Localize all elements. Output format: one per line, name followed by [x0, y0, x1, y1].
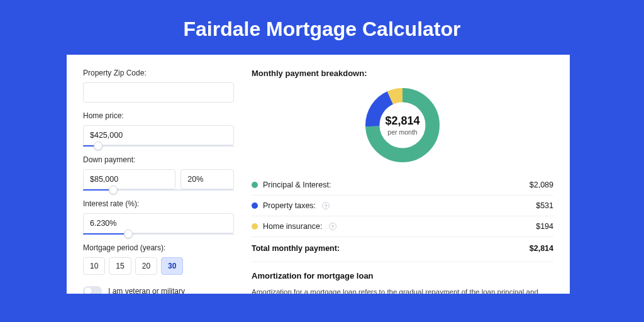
down-payment-label: Down payment:	[83, 155, 234, 164]
period-pill-30[interactable]: 30	[161, 257, 183, 275]
donut-amount: $2,814	[385, 114, 419, 128]
down-payment-pct-input[interactable]	[180, 169, 234, 189]
form-column: Property Zip Code: Home price: Down paym…	[83, 69, 234, 294]
veteran-toggle[interactable]	[83, 286, 102, 294]
amortization-section: Amortization for mortgage loan Amortizat…	[252, 262, 553, 294]
info-icon[interactable]: ?	[329, 223, 336, 230]
calculator-card: Property Zip Code: Home price: Down paym…	[67, 55, 570, 294]
veteran-row: I am veteran or military	[83, 286, 234, 294]
legend-left: Principal & Interest:	[252, 180, 331, 189]
breakdown-column: Monthly payment breakdown: $2,814 per mo…	[252, 69, 553, 294]
zip-label: Property Zip Code:	[83, 69, 234, 77]
down-payment-group: Down payment:	[83, 155, 234, 191]
legend-label: Principal & Interest:	[263, 180, 331, 189]
legend-dot-icon	[252, 203, 258, 209]
slider-fill	[83, 233, 128, 235]
slider-thumb[interactable]	[124, 230, 133, 238]
total-label: Total monthly payment:	[252, 244, 340, 253]
rate-label: Interest rate (%):	[83, 199, 234, 208]
legend-left: Home insurance:?	[252, 222, 336, 231]
down-payment-slider[interactable]	[83, 189, 234, 191]
legend-dot-icon	[252, 223, 258, 230]
period-pills: 10152030	[83, 257, 234, 275]
legend: Principal & Interest:$2,089Property taxe…	[252, 175, 553, 236]
rate-group: Interest rate (%):	[83, 199, 234, 235]
period-label: Mortgage period (years):	[83, 243, 234, 252]
legend-value: $531	[536, 201, 553, 210]
legend-left: Property taxes:?	[252, 201, 330, 210]
donut-center: $2,814 per month	[363, 86, 442, 165]
total-value: $2,814	[530, 244, 553, 253]
legend-value: $194	[536, 222, 553, 231]
legend-row: Home insurance:?$194	[252, 216, 553, 236]
period-pill-15[interactable]: 15	[109, 257, 131, 275]
info-icon[interactable]: ?	[322, 202, 330, 209]
total-row: Total monthly payment: $2,814	[252, 236, 553, 262]
slider-thumb[interactable]	[109, 186, 118, 194]
period-group: Mortgage period (years): 10152030	[83, 243, 234, 275]
legend-value: $2,089	[530, 180, 553, 189]
period-pill-20[interactable]: 20	[135, 257, 157, 275]
donut-chart: $2,814 per month	[363, 86, 442, 165]
legend-label: Home insurance:	[263, 222, 323, 231]
zip-input[interactable]	[83, 82, 234, 103]
veteran-label: I am veteran or military	[108, 287, 185, 294]
rate-slider[interactable]	[83, 233, 234, 235]
donut-wrap: $2,814 per month	[252, 86, 553, 165]
breakdown-title: Monthly payment breakdown:	[252, 69, 553, 78]
period-pill-10[interactable]: 10	[83, 257, 105, 275]
home-price-input[interactable]	[83, 125, 234, 145]
down-payment-input[interactable]	[83, 169, 175, 189]
amortization-title: Amortization for mortgage loan	[252, 271, 553, 280]
home-price-label: Home price:	[83, 111, 234, 120]
slider-thumb[interactable]	[94, 142, 103, 150]
legend-dot-icon	[252, 182, 258, 188]
amortization-text: Amortization for a mortgage loan refers …	[252, 287, 553, 294]
home-price-slider[interactable]	[83, 145, 234, 147]
page-title: Fairdale Mortgage Calculator	[0, 0, 644, 55]
legend-label: Property taxes:	[263, 201, 316, 210]
card-shadow: Property Zip Code: Home price: Down paym…	[67, 55, 577, 294]
home-price-group: Home price:	[83, 111, 234, 147]
rate-input[interactable]	[83, 213, 234, 233]
zip-group: Property Zip Code:	[83, 69, 234, 103]
donut-sub: per month	[387, 128, 417, 136]
legend-row: Property taxes:?$531	[252, 196, 553, 216]
legend-row: Principal & Interest:$2,089	[252, 175, 553, 196]
